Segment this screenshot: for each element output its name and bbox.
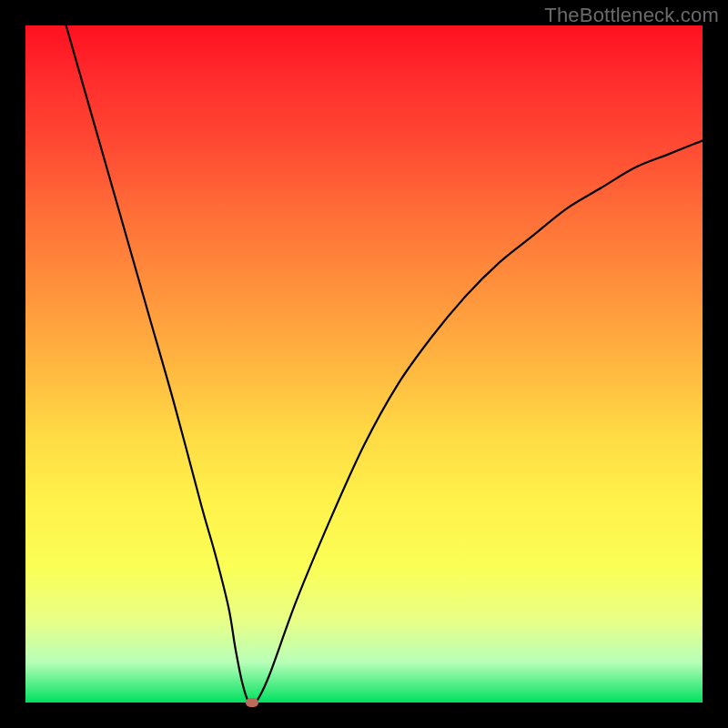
- bottleneck-curve: [25, 25, 703, 703]
- chart-frame: TheBottleneck.com: [0, 0, 728, 728]
- plot-area: [25, 25, 703, 703]
- optimal-point-marker: [246, 698, 258, 707]
- watermark-text: TheBottleneck.com: [544, 4, 719, 27]
